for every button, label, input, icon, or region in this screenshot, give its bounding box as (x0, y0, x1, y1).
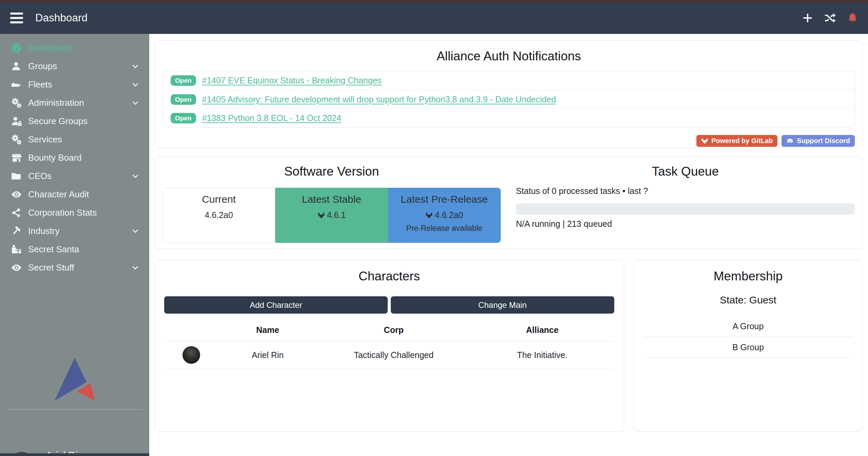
chevron-down-icon (131, 263, 140, 272)
badge-label: Powered by GitLab (711, 137, 773, 145)
chevron-down-icon (131, 98, 140, 107)
notification-row: Open #1405 Advisory: Future development … (163, 90, 854, 108)
version-value: 4.6.2a0 (205, 210, 233, 220)
status-badge: Open (171, 75, 196, 86)
plus-icon[interactable] (802, 12, 814, 24)
eye-icon (11, 262, 25, 273)
notification-link[interactable]: #1407 EVE Equinox Status - Breaking Chan… (202, 76, 382, 85)
user-icon (11, 61, 25, 72)
gauge-icon (11, 42, 25, 53)
sidebar-item-label: CEOs (28, 171, 52, 181)
software-version-title: Software Version (162, 164, 501, 179)
version-cell-label: Latest Pre-Release (388, 194, 501, 205)
dashboard-page: Dashboard (0, 0, 868, 456)
sidebar-item-label: Dashboard (28, 43, 71, 53)
sidebar-divider (6, 409, 143, 410)
sidebar-item-label: Administration (28, 98, 84, 108)
membership-title: Membership (643, 269, 853, 283)
version-queue-panel: Software Version Current 4.6.2a0 Latest … (154, 157, 863, 249)
sidebar-item-label: Character Audit (28, 189, 89, 200)
hammer-icon (11, 225, 25, 236)
gears-icon (11, 134, 25, 145)
user-lock-icon (11, 116, 25, 126)
sidebar-item-label: Secret Santa (28, 244, 79, 255)
column-header-corp: Corp (317, 318, 470, 341)
column-header-alliance: Alliance (470, 318, 614, 341)
notifications-panel: Alliance Auth Notifications Open #1407 E… (154, 40, 863, 148)
support-discord-badge[interactable]: Support Discord (782, 135, 855, 147)
task-queue-section: Task Queue Status of 0 processed tasks •… (508, 157, 862, 249)
sidebar-item-ceos[interactable]: CEOs (0, 167, 149, 185)
version-value: 4.6.2a0 (435, 210, 463, 220)
notifications-footer: Powered by GitLab Support Discord (163, 135, 855, 147)
task-queue-status: Status of 0 processed tasks • last ? (516, 186, 855, 196)
sidebar-item-secure-groups[interactable]: Secure Groups (0, 112, 149, 130)
status-badge: Open (171, 94, 196, 105)
status-badge: Open (171, 113, 196, 123)
version-stable-cell: Latest Stable 4.6.1 (275, 188, 388, 243)
sidebar-item-label: Groups (28, 61, 57, 72)
notification-link[interactable]: #1405 Advisory: Future development will … (202, 95, 556, 104)
sidebar-item-services[interactable]: Services (0, 130, 149, 148)
membership-group-item: A Group (643, 316, 853, 337)
store-icon (11, 152, 25, 163)
sidebar-item-label: Secure Groups (28, 116, 88, 126)
shuttle-icon (11, 79, 25, 90)
gitlab-tanuki-icon (701, 137, 708, 144)
top-navbar: Dashboard (0, 2, 868, 34)
menu-toggle-button[interactable] (10, 13, 24, 23)
character-corp: Tactically Challenged (317, 341, 470, 369)
character-alliance: The Initiative. (470, 341, 614, 369)
characters-title: Characters (164, 269, 614, 283)
add-character-button[interactable]: Add Character (164, 296, 388, 314)
sidebar-item-secret-santa[interactable]: Secret Santa (0, 240, 149, 258)
sidebar-bottom-strip (0, 453, 149, 456)
sidebar-item-fleets[interactable]: Fleets (0, 75, 149, 94)
version-prerelease-cell: Latest Pre-Release 4.6.2a0 Pre-Release a… (388, 188, 501, 243)
sidebar-item-label: Services (28, 134, 62, 145)
user-panel: Ariel Rin Tactically Challenged The Init… (0, 415, 149, 453)
sidebar-item-bounty-board[interactable]: Bounty Board (0, 148, 149, 167)
notification-row: Open #1383 Python 3.8 EOL - 14 Oct 2024 (163, 108, 854, 127)
gifts-icon (11, 244, 25, 255)
alliance-logo (53, 356, 97, 402)
notifications-title: Alliance Auth Notifications (163, 49, 855, 63)
sidebar-item-administration[interactable]: Administration (0, 94, 149, 112)
task-queue-title: Task Queue (516, 164, 855, 179)
sidebar-item-label: Secret Stuff (28, 262, 74, 273)
character-portrait (182, 346, 200, 364)
shuffle-icon[interactable] (824, 12, 836, 24)
share-icon (11, 207, 25, 218)
membership-state: State: Guest (643, 294, 853, 306)
sidebar-nav: Dashboard Groups (0, 34, 149, 277)
sidebar-item-dashboard[interactable]: Dashboard (0, 39, 149, 57)
sidebar-item-secret-stuff[interactable]: Secret Stuff (0, 258, 149, 277)
bell-icon[interactable] (846, 12, 859, 24)
characters-table: Name Corp Alliance Ariel Rin Tactically … (164, 318, 614, 369)
sidebar-item-corporation-stats[interactable]: Corporation Stats (0, 203, 149, 222)
sidebar-item-label: Industry (28, 226, 60, 236)
sidebar-item-groups[interactable]: Groups (0, 57, 149, 75)
gitlab-tanuki-icon (425, 212, 433, 219)
version-cell-label: Latest Stable (275, 194, 388, 205)
sidebar-item-label: Corporation Stats (28, 207, 97, 218)
character-row: Ariel Rin Tactically Challenged The Init… (164, 341, 614, 369)
task-queue-counts: N/A running | 213 queued (516, 219, 855, 229)
change-main-button[interactable]: Change Main (391, 296, 614, 314)
eye-icon (11, 189, 25, 200)
version-boxes: Current 4.6.2a0 Latest Stable 4.6.1 (162, 187, 501, 243)
column-header-name: Name (218, 318, 317, 341)
version-value: 4.6.1 (327, 210, 346, 220)
prerelease-note: Pre-Release available (388, 224, 501, 233)
sidebar-item-label: Bounty Board (28, 153, 82, 163)
notification-link[interactable]: #1383 Python 3.8 EOL - 14 Oct 2024 (202, 113, 341, 123)
sidebar-item-character-audit[interactable]: Character Audit (0, 185, 149, 203)
chevron-down-icon (131, 80, 140, 89)
folder-icon (11, 171, 25, 181)
main-content: Alliance Auth Notifications Open #1407 E… (149, 34, 868, 456)
characters-panel: Characters Add Character Change Main Nam… (154, 260, 624, 432)
notification-row: Open #1407 EVE Equinox Status - Breaking… (163, 71, 854, 90)
powered-by-gitlab-badge[interactable]: Powered by GitLab (696, 135, 777, 147)
version-cell-label: Current (162, 194, 275, 205)
sidebar-item-industry[interactable]: Industry (0, 222, 149, 240)
